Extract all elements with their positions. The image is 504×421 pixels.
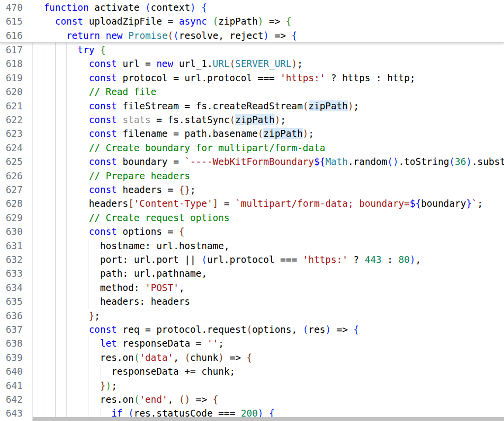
code-token: url.protocol === [207,254,303,265]
indent-whitespace [32,2,44,13]
code-token: ( [134,352,139,363]
code-line[interactable]: 637 const req = protocol.request(options… [0,323,504,336]
code-line[interactable]: 633 path: url.pathname, [0,266,504,280]
code-text: return new Promise((resolve, reject) => … [32,29,504,42]
code-token: ) [185,394,190,405]
code-token: return [66,30,100,41]
code-line[interactable]: 635 headers: headers [0,294,504,308]
code-token: ) [190,2,195,13]
code-text: const headers = {}; [32,183,504,196]
code-token: responseData = [117,338,207,349]
line-number: 642 [0,392,32,406]
code-token: } [466,198,472,209]
code-line[interactable]: 636 }; [0,309,504,323]
line-number: 624 [0,141,32,155]
code-token: 'https:' [280,72,325,83]
code-line[interactable]: 620 // Read file [0,85,504,98]
horizontal-scrollbar[interactable] [32,417,504,421]
code-text: try { [32,43,504,57]
code-line[interactable]: 627 const headers = {}; [0,183,504,196]
code-line[interactable]: 618 const url = new url_1.URL(SERVER_URL… [0,57,504,70]
sticky-code-line[interactable]: 616 return new Promise((resolve, reject)… [0,29,504,42]
code-text: const uploadZipFile = async (zipPath) =>… [32,14,504,28]
code-line[interactable]: 625 const boundary = `----WebKitFormBoun… [0,155,504,168]
line-number: 639 [0,351,32,364]
code-token: ( [303,100,308,111]
indent-whitespace [32,324,89,335]
code-line[interactable]: 634 method: 'POST', [0,281,504,294]
code-line[interactable]: 638 let responseData = ''; [0,336,504,350]
code-line[interactable]: 624 // Create boundary for multipart/for… [0,141,504,155]
code-token: ( [179,394,184,405]
code-line[interactable]: 628 headers['Content-Type'] = `multipart… [0,196,504,210]
highlighted-word: zipPath [235,114,275,125]
code-token: ) [303,128,308,139]
code-token: } [185,184,190,195]
code-token: port: url.port || [100,254,201,265]
indent-whitespace [32,86,89,97]
code-token: fileStream = fs.createReadStream [117,100,303,111]
code-token: ; [94,310,100,321]
code-token: ) [325,324,331,335]
indent-whitespace [32,16,55,27]
line-number: 638 [0,336,32,350]
code-text: // Read file [32,85,504,98]
code-token: , [179,282,184,293]
code-token: ) [258,16,263,27]
code-token: res [309,324,325,335]
code-text: const req = protocol.request(options, (r… [32,323,504,336]
code-token: ) [263,30,269,41]
code-line[interactable]: 626 // Prepare headers [0,169,504,183]
code-token: new [157,58,173,69]
sticky-code-line[interactable]: 615 const uploadZipFile = async (zipPath… [0,14,504,28]
code-line[interactable]: 639 res.on('data', (chunk) => { [0,351,504,364]
code-line[interactable]: 630 const options = { [0,225,504,238]
code-line[interactable]: 632 port: url.port || (url.protocol === … [0,253,504,266]
code-token: ( [168,30,173,41]
code-token: url = [117,58,157,69]
line-number: 625 [0,155,32,168]
code-token: { [291,30,297,41]
code-token [207,16,213,27]
code-line[interactable]: 641 }); [0,379,504,392]
code-line[interactable]: 621 const fileStream = fs.createReadStre… [0,99,504,113]
code-token: : [381,254,398,265]
code-line[interactable]: 629 // Create request options [0,211,504,225]
code-text: const protocol = url.protocol === 'https… [32,71,504,85]
code-token: `multipart/form-data; boundary= [235,198,410,209]
line-number: 470 [0,0,32,14]
code-line[interactable]: 623 const filename = path.basename(zipPa… [0,127,504,140]
code-token: const [89,72,117,83]
code-token: ? https : http; [325,72,415,83]
code-text: responseData += chunk; [32,364,504,378]
code-token: , [173,352,185,363]
indent-whitespace [32,198,89,209]
code-token: context [151,2,190,13]
code-token: zipPath [219,16,258,27]
code-line[interactable]: 622 const stats = fs.statSync(zipPath); [0,113,504,127]
indent-whitespace [32,58,89,69]
code-token: = [219,198,235,209]
code-line[interactable]: 640 responseData += chunk; [0,364,504,378]
indent-whitespace [32,310,89,321]
sticky-code-line[interactable]: 470 function activate (context) { [0,0,504,14]
indent-whitespace [32,30,66,41]
line-number: 637 [0,323,32,336]
code-line[interactable]: 631 hostname: url.hostname, [0,239,504,253]
code-token: ? [348,254,365,265]
line-number: 633 [0,266,32,280]
line-number: 622 [0,113,32,127]
code-line[interactable]: 619 const protocol = url.protocol === 'h… [0,71,504,85]
code-token: { [213,394,218,405]
code-line[interactable]: 617 try { [0,43,504,57]
line-number: 636 [0,309,32,323]
code-editor: 470 function activate (context) {615 con… [0,0,504,421]
highlighted-word: zipPath [263,128,303,139]
code-token: .substr [472,156,504,167]
code-token: Math [325,156,348,167]
code-token: `----WebKitFormBoundary [185,156,314,167]
code-line[interactable]: 642 res.on('end', () => { [0,392,504,406]
code-token: ) [410,254,415,265]
code-text: }); [32,379,504,392]
line-number: 623 [0,127,32,140]
